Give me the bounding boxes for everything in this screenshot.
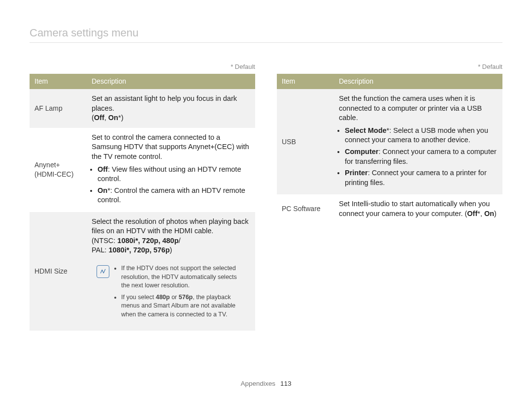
item-af-lamp: AF Lamp [30,89,87,128]
option-on: On [98,186,107,194]
desc-anynet: Set to control the camera connected to a… [87,128,255,212]
text: Set an assistant light to help you focus… [92,94,237,112]
desc-hdmi-size: Select the resolution of photos when pla… [87,212,255,331]
header-item: Item [30,74,87,89]
list-item: Printer: Connect your camera to a printe… [345,168,498,187]
option-on: On [108,114,118,122]
page-title: Camera settings menu [30,26,502,43]
footer-section: Appendixes [241,380,276,387]
text: Set the function the camera uses when it… [339,94,482,122]
list-item: If you select 480p or 576p, the playback… [121,293,245,319]
text: *) [118,114,123,122]
desc-af-lamp: Set an assistant light to help you focus… [87,89,255,128]
option-on: On [484,210,494,217]
item-pc-software: PC Software [277,194,334,223]
text: , [104,114,108,122]
header-description: Description [334,74,502,89]
item-usb: USB [277,89,334,194]
text: *, [477,210,484,217]
desc-pc-software: Set Intelli-studio to start automaticall… [334,194,502,223]
text: If you select [121,294,156,301]
table-row: AF Lamp Set an assistant light to help y… [30,89,255,128]
list-item: If the HDTV does not support the selecte… [121,264,245,290]
pal-values: 1080i*, 720p, 576p [108,246,169,254]
default-note-left: * Default [30,62,255,71]
text: *: Control the camera with an HDTV remot… [98,186,245,204]
desc-usb: Set the function the camera uses when it… [334,89,502,194]
table-row: PC Software Set Intelli-studio to start … [277,194,502,223]
text: PAL: [92,246,108,254]
content-columns: * Default Item Description AF Lamp Set a… [30,62,502,331]
page-footer: Appendixes 113 [0,379,532,388]
table-row: HDMI Size Select the resolution of photo… [30,212,255,331]
note-icon [97,265,109,278]
note-list: If the HDTV does not support the selecte… [114,264,245,322]
option-off: Off [98,165,108,173]
text: or [170,294,179,301]
left-table: Item Description AF Lamp Set an assistan… [30,74,255,331]
option-computer: Computer [345,148,378,155]
text: Select the resolution of photos when pla… [92,217,248,235]
table-header-row: Item Description [277,74,502,89]
note-box: If the HDTV does not support the selecte… [92,260,250,326]
item-hdmi-size: HDMI Size [30,212,87,331]
list-item: On*: Control the camera with an HDTV rem… [98,186,250,205]
ntsc-values: 1080i*, 720p, 480p [117,237,178,245]
table-row: USB Set the function the camera uses whe… [277,89,502,194]
left-column: * Default Item Description AF Lamp Set a… [30,62,255,331]
header-description: Description [87,74,255,89]
table-row: Anynet+ (HDMI-CEC) Set to control the ca… [30,128,255,212]
item-anynet: Anynet+ (HDMI-CEC) [30,128,87,212]
option-printer: Printer [345,169,368,177]
table-header-row: Item Description [30,74,255,89]
option-off: Off [94,114,104,122]
page: Camera settings menu * Default Item Desc… [0,0,532,401]
bullet-list: Select Mode*: Select a USB mode when you… [339,126,498,187]
right-table: Item Description USB Set the function th… [277,74,502,223]
text: / [179,237,181,245]
footer-page-number: 113 [280,380,292,387]
default-note-right: * Default [277,62,502,71]
list-item: Computer: Connect your camera to a compu… [345,147,498,166]
bullet-list: Off: View files without using an HDTV re… [92,165,250,205]
right-column: * Default Item Description USB Set the f… [277,62,502,224]
header-item: Item [277,74,334,89]
text: 576p [179,294,193,301]
text: ) [494,210,497,217]
text: Set to control the camera connected to a… [92,133,249,160]
text: 480p [156,294,170,301]
text: : View files without using an HDTV remot… [98,165,241,183]
list-item: Off: View files without using an HDTV re… [98,165,250,184]
list-item: Select Mode*: Select a USB mode when you… [345,126,498,145]
text: (NTSC: [92,237,117,245]
option-off: Off [467,210,477,217]
text: ) [170,246,172,254]
option-select-mode: Select Mode [345,126,387,134]
